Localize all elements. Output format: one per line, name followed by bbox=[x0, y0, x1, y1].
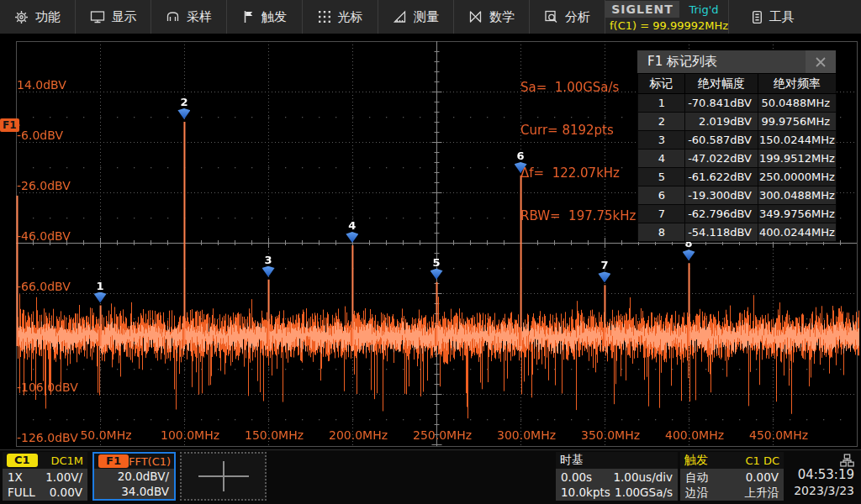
menu-item-cursor[interactable]: 光标 bbox=[303, 0, 378, 34]
marker-id-cell: 5 bbox=[638, 168, 685, 186]
marker-table: 标记绝对幅度绝对频率 1-70.841dBV50.0488MHz22.019dB… bbox=[637, 73, 837, 242]
menu-item-label: 光标 bbox=[338, 9, 363, 25]
menu-item-trigger[interactable]: 触发 bbox=[227, 0, 303, 34]
c1-coupling: DC1M bbox=[50, 454, 83, 467]
menu-item-label: 触发 bbox=[261, 9, 287, 25]
acquisition-info: Sa= 1.00GSa/s Curr= 8192pts Δf= 122.07kH… bbox=[520, 52, 636, 252]
y-axis-label: -66.0dBV bbox=[17, 281, 71, 292]
brand-block: SIGLENT Trig'd f(C1) = 99.99992MHz bbox=[605, 0, 729, 34]
math-f1-box[interactable]: F1 FFT(C1) 20.0dBV/ 34.0dBV bbox=[92, 452, 176, 501]
f1-reference-badge: F1 bbox=[0, 118, 19, 132]
channel-c1-box[interactable]: C1 DC1M 1X1.00V/ FULL0.00V bbox=[3, 452, 87, 501]
menu-item-label: 分析 bbox=[565, 9, 590, 25]
amplitude-cell: -54.118dBV bbox=[685, 223, 758, 242]
frequency-cell: 300.0488MHz bbox=[758, 186, 837, 205]
c1-offset: 0.00V bbox=[50, 485, 82, 500]
x-axis-label: 100.0MHz bbox=[161, 428, 219, 442]
menu-item-acquire[interactable]: 采样 bbox=[151, 0, 227, 34]
marker-list-panel: F1 标记列表 标记绝对幅度绝对频率 1-70.841dBV50.0488MHz… bbox=[637, 50, 836, 242]
x-axis-label: 250.0MHz bbox=[413, 428, 472, 442]
table-row: 4-47.022dBV199.9512MHz bbox=[638, 150, 837, 168]
table-row: 3-60.587dBV150.0244MHz bbox=[638, 131, 837, 150]
amplitude-cell: 2.019dBV bbox=[685, 113, 758, 131]
plus-icon bbox=[198, 461, 249, 491]
marker-table-header: 绝对频率 bbox=[758, 74, 837, 94]
menu-item-display[interactable]: 显示 bbox=[76, 0, 151, 34]
timebase-title: 时基 bbox=[560, 453, 584, 468]
marker-id-cell: 7 bbox=[638, 205, 685, 223]
math-icon bbox=[468, 11, 483, 23]
menu-item-analysis[interactable]: 分析 bbox=[530, 0, 605, 34]
marker-id-cell: 8 bbox=[638, 223, 685, 242]
add-channel-box[interactable] bbox=[180, 452, 267, 501]
f1-scale: 20.0dBV/ bbox=[118, 469, 169, 484]
x-axis-label: 200.0MHz bbox=[329, 428, 388, 442]
timebase-box[interactable]: 时基 0.00s1.00us/div 10.0kpts1.00GSa/s bbox=[556, 452, 678, 501]
menu-item-tools[interactable]: 工具 bbox=[729, 0, 816, 34]
menu-item-measure[interactable]: 测量 bbox=[378, 0, 454, 34]
trigger-source: C1 DC bbox=[745, 454, 779, 467]
x-axis-label: 300.0MHz bbox=[497, 428, 556, 442]
marker-id-cell: 4 bbox=[638, 150, 685, 168]
menu-item-label: 测量 bbox=[414, 9, 439, 25]
table-row: 7-62.796dBV349.9756MHz bbox=[638, 205, 837, 223]
menu-item-label: 工具 bbox=[769, 9, 795, 25]
x-axis-label: 450.0MHz bbox=[749, 428, 808, 442]
cursor-grid-icon bbox=[318, 10, 331, 24]
close-button[interactable] bbox=[806, 50, 836, 73]
marker-id-cell: 2 bbox=[638, 113, 685, 131]
trigger-mode: 自动 bbox=[685, 470, 708, 485]
menu-item-label: 功能 bbox=[35, 9, 61, 25]
frequency-cell: 150.0244MHz bbox=[758, 131, 837, 150]
timebase-scale: 1.00us/div bbox=[613, 470, 673, 485]
marker-id-cell: 6 bbox=[638, 186, 685, 205]
marker-table-header: 绝对幅度 bbox=[685, 74, 758, 94]
amplitude-cell: -62.796dBV bbox=[685, 205, 758, 223]
y-axis-label: -6.0dBV bbox=[17, 129, 63, 141]
amplitude-cell: -60.587dBV bbox=[685, 131, 758, 150]
x-axis-label: 400.0MHz bbox=[665, 428, 724, 442]
siglent-logo: SIGLENT bbox=[605, 1, 679, 18]
table-row: 6-19.300dBV300.0488MHz bbox=[638, 186, 837, 205]
amplitude-cell: -47.022dBV bbox=[685, 150, 758, 168]
c1-badge: C1 bbox=[7, 454, 38, 467]
y-axis-label: -46.0dBV bbox=[17, 230, 71, 242]
trigger-slope: 上升沿 bbox=[745, 485, 779, 500]
trigger-status: Trig'd bbox=[679, 1, 728, 18]
x-axis-label: 50.0MHz bbox=[80, 428, 131, 442]
clock-date: 2023/3/23 bbox=[794, 483, 854, 498]
marker-id-cell: 3 bbox=[638, 131, 685, 150]
table-row: 5-61.622dBV250.0000MHz bbox=[638, 168, 837, 186]
timebase-delay: 0.00s bbox=[561, 470, 592, 485]
y-axis-label: 14.0dBV bbox=[17, 79, 66, 91]
fft-plot-area: 14.0dBV-6.0dBV-26.0dBV-46.0dBV-66.0dBV-1… bbox=[0, 34, 861, 449]
menu-item-math[interactable]: 数学 bbox=[454, 0, 530, 34]
f1-reference: 34.0dBV bbox=[121, 484, 169, 499]
y-axis-label: -26.0dBV bbox=[17, 180, 71, 192]
timebase-points: 10.0kpts bbox=[561, 485, 610, 500]
menu-item-label: 数学 bbox=[489, 9, 515, 25]
table-row: 8-54.118dBV400.0244MHz bbox=[638, 223, 837, 242]
frequency-cell: 199.9512MHz bbox=[758, 150, 837, 168]
frequency-cell: 50.0488MHz bbox=[758, 94, 837, 113]
trigger-title: 触发 bbox=[684, 453, 708, 468]
menu-item-label: 采样 bbox=[187, 9, 212, 25]
x-axis-label: 350.0MHz bbox=[581, 428, 640, 442]
close-icon bbox=[814, 55, 827, 69]
menu-item-function[interactable]: 功能 bbox=[0, 0, 76, 34]
rbw-readout: RBW= 197.75kHz bbox=[520, 209, 636, 223]
menu-bar: 功能显示采样触发光标测量数学分析 SIGLENT Trig'd f(C1) = … bbox=[0, 0, 861, 34]
lan-icon bbox=[840, 454, 854, 467]
frequency-cell: 99.9756MHz bbox=[758, 113, 837, 131]
f1-mode: FFT(C1) bbox=[129, 455, 171, 468]
frequency-cell: 349.9756MHz bbox=[758, 205, 837, 223]
frequency-cell: 400.0244MHz bbox=[758, 223, 837, 242]
y-axis-label: -106.0dBV bbox=[17, 381, 78, 393]
status-bar: C1 DC1M 1X1.00V/ FULL0.00V F1 FFT(C1) 20… bbox=[0, 449, 861, 504]
clock-time: 04:53:19 bbox=[798, 467, 854, 483]
trigger-box[interactable]: 触发 C1 DC 自动0.00V 边沿上升沿 bbox=[680, 452, 784, 501]
points-readout: Curr= 8192pts bbox=[520, 123, 636, 138]
marker-table-header: 标记 bbox=[638, 74, 685, 94]
x-axis-label: 150.0MHz bbox=[245, 428, 304, 442]
amplitude-cell: -19.300dBV bbox=[685, 186, 758, 205]
